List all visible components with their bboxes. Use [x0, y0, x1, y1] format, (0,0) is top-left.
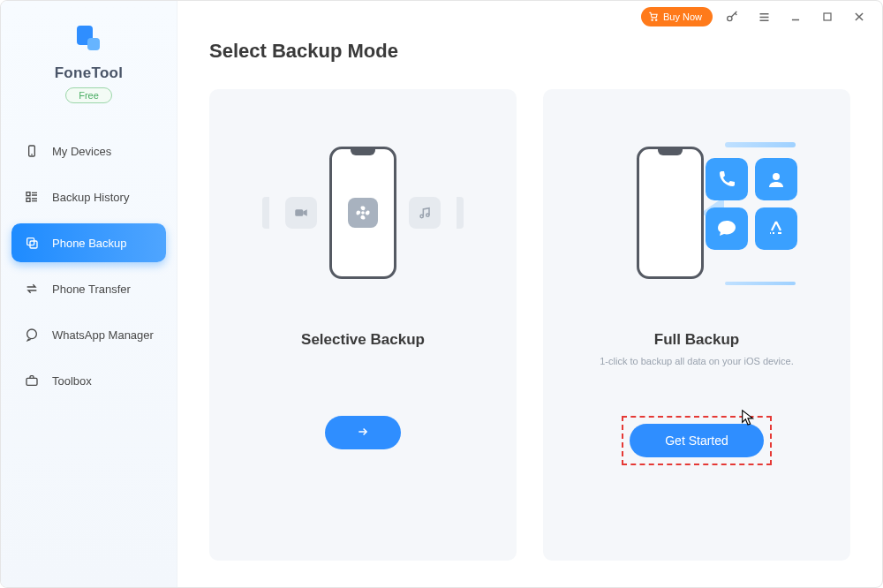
brand-logo-icon [72, 22, 107, 57]
sidebar-item-backup-history[interactable]: Backup History [11, 177, 166, 216]
svg-point-22 [27, 329, 37, 339]
svg-point-0 [652, 19, 653, 19]
titlebar: Buy Now [630, 1, 882, 33]
sliver-icon [457, 197, 464, 229]
music-icon [409, 197, 441, 229]
toolbox-icon [24, 373, 40, 388]
card-selective-backup[interactable]: Selective Backup [209, 89, 517, 561]
free-badge: Free [65, 87, 112, 103]
sidebar: FoneTool Free My Devices Backup History … [1, 1, 177, 587]
svg-point-1 [655, 19, 656, 19]
cursor-icon [741, 410, 755, 429]
sidebar-item-phone-transfer[interactable]: Phone Transfer [11, 269, 166, 308]
bar-icon [725, 142, 796, 147]
message-app-icon [706, 207, 748, 250]
card-title: Selective Backup [301, 331, 425, 349]
sidebar-item-label: My Devices [52, 145, 111, 158]
svg-point-25 [361, 211, 365, 215]
fan-icon [348, 198, 378, 228]
sidebar-item-toolbox[interactable]: Toolbox [11, 361, 166, 400]
svg-rect-24 [295, 209, 303, 216]
buy-now-button[interactable]: Buy Now [641, 7, 713, 26]
card-desc: 1-click to backup all data on your iOS d… [600, 356, 794, 382]
buy-now-label: Buy Now [663, 11, 702, 22]
appstore-icon [755, 207, 797, 250]
contact-app-icon [755, 158, 797, 200]
sidebar-item-label: Phone Backup [52, 237, 127, 250]
maximize-icon[interactable] [815, 4, 840, 29]
svg-rect-14 [26, 192, 30, 196]
sidebar-item-label: Toolbox [52, 374, 92, 388]
illustration-selective [227, 116, 499, 310]
illustration-full [561, 116, 833, 310]
bar-icon [725, 282, 796, 285]
brand: FoneTool Free [1, 22, 177, 103]
svg-rect-17 [26, 198, 30, 201]
phone-app-icon [706, 158, 748, 200]
phone-frame-icon [637, 147, 704, 279]
device-icon [24, 143, 40, 159]
minimize-icon[interactable] [783, 4, 808, 29]
cards-row: Selective Backup [209, 89, 850, 561]
card-full-backup[interactable]: Full Backup 1-click to backup all data o… [543, 89, 850, 561]
video-icon [285, 197, 317, 229]
svg-rect-11 [87, 38, 100, 50]
backup-icon [24, 235, 40, 251]
selective-start-button[interactable] [325, 416, 401, 449]
nav: My Devices Backup History Phone Backup P… [1, 126, 177, 405]
card-title: Full Backup [654, 331, 739, 349]
key-icon[interactable] [720, 4, 744, 29]
svg-point-2 [728, 16, 732, 20]
svg-rect-7 [824, 13, 831, 20]
sidebar-item-whatsapp-manager[interactable]: WhatsApp Manager [11, 315, 166, 354]
sidebar-item-phone-backup[interactable]: Phone Backup [11, 223, 166, 262]
arrow-right-icon [355, 426, 371, 441]
cart-icon [648, 11, 659, 23]
sidebar-item-label: Phone Transfer [52, 283, 131, 296]
svg-point-29 [773, 173, 780, 180]
transfer-icon [24, 281, 40, 297]
sidebar-item-label: Backup History [52, 191, 129, 204]
sidebar-item-label: WhatsApp Manager [52, 328, 154, 342]
chat-icon [24, 327, 40, 343]
sidebar-item-my-devices[interactable]: My Devices [11, 132, 166, 170]
phone-frame-icon [329, 147, 396, 279]
main: Select Backup Mode Select [177, 1, 882, 587]
sliver-icon [262, 197, 269, 229]
history-icon [24, 189, 40, 205]
brand-name: FoneTool [55, 64, 124, 82]
page-title: Select Backup Mode [209, 40, 850, 63]
menu-icon[interactable] [751, 4, 776, 29]
close-icon[interactable] [847, 4, 872, 29]
app-grid [706, 158, 797, 250]
svg-rect-23 [26, 378, 37, 385]
